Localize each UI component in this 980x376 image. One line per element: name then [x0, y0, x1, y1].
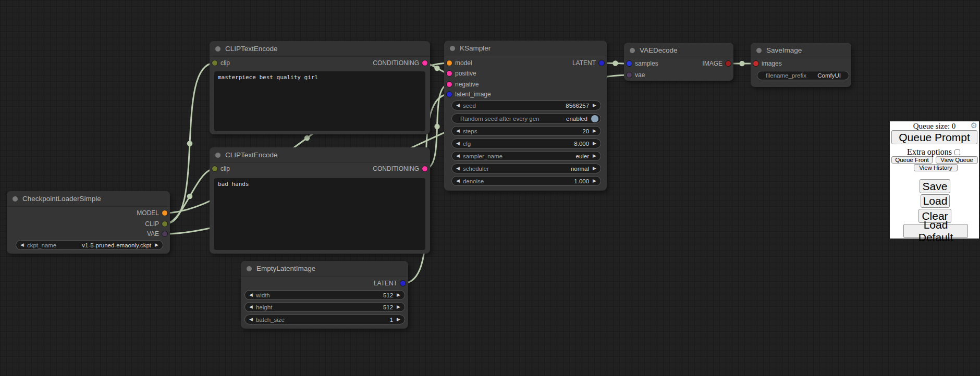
queue-prompt-button[interactable]: Queue Prompt [891, 130, 977, 144]
settings-gear-icon[interactable]: ⚙ [971, 121, 977, 129]
node-title-bar[interactable]: EmptyLatentImage [241, 261, 408, 277]
decrement-arrow-icon[interactable]: ◀ [456, 141, 460, 146]
slot-label: VAE [147, 230, 159, 237]
increment-arrow-icon[interactable]: ▶ [593, 166, 596, 171]
decrement-arrow-icon[interactable]: ◀ [249, 317, 253, 322]
widget-sampler_name[interactable]: ◀sampler_nameeuler▶ [451, 151, 601, 161]
decrement-arrow-icon[interactable]: ◀ [20, 243, 24, 247]
slot-label: LATENT [374, 280, 397, 287]
widget-value[interactable]: euler [576, 153, 590, 159]
increment-arrow-icon[interactable]: ▶ [593, 179, 596, 183]
save-button[interactable]: Save [920, 179, 950, 193]
view-history-button[interactable]: View History [914, 164, 958, 171]
increment-arrow-icon[interactable]: ▶ [397, 317, 400, 322]
input-slot-latent_image: latent_image [444, 90, 607, 99]
toggle-knob[interactable] [591, 115, 598, 122]
node-collapse-dot-icon[interactable] [756, 48, 762, 53]
node-graph-canvas[interactable]: CheckpointLoaderSimpleMODELCLIPVAE◀ckpt_… [0, 0, 980, 376]
output-port-latent[interactable] [400, 280, 406, 286]
node-title: CheckpointLoaderSimple [22, 195, 101, 203]
node-title-bar[interactable]: KSampler [444, 41, 607, 56]
widget-filename_prefix[interactable]: filename_prefixComfyUI [757, 71, 849, 80]
widget-label: cfg [463, 141, 471, 147]
widget-value[interactable]: 512 [383, 304, 393, 310]
output-slot-conditioning: CONDITIONING [210, 58, 430, 68]
input-port-positive[interactable] [446, 70, 452, 77]
widget-value[interactable]: enabled [566, 116, 587, 122]
node-empty-latent-image[interactable]: EmptyLatentImageLATENT◀width512▶◀height5… [241, 261, 408, 329]
widget-random-seed-after-every-gen[interactable]: Random seed after every genenabled [451, 114, 601, 123]
widget-value[interactable]: 1.000 [574, 178, 589, 184]
decrement-arrow-icon[interactable]: ◀ [249, 305, 253, 309]
widget-value[interactable]: ComfyUI [817, 72, 841, 79]
widget-steps[interactable]: ◀steps20▶ [451, 126, 601, 136]
widget-height[interactable]: ◀height512▶ [244, 302, 405, 312]
increment-arrow-icon[interactable]: ▶ [397, 293, 400, 297]
node-title-bar[interactable]: CLIPTextEncode [210, 147, 430, 163]
widget-width[interactable]: ◀width512▶ [244, 290, 405, 300]
node-title-bar[interactable]: SaveImage [751, 43, 851, 58]
widget-value[interactable]: normal [571, 166, 589, 172]
widget-scheduler[interactable]: ◀schedulernormal▶ [451, 164, 601, 173]
decrement-arrow-icon[interactable]: ◀ [456, 129, 460, 133]
widget-value[interactable]: 8566257 [566, 103, 589, 109]
output-port-model[interactable] [162, 210, 168, 216]
widget-value[interactable]: 8.000 [574, 141, 589, 147]
widget-ckpt_name[interactable]: ◀ckpt_namev1-5-pruned-emaonly.ckpt▶ [16, 240, 163, 250]
node-save-image[interactable]: SaveImageimagesfilename_prefixComfyUI [751, 43, 851, 87]
input-port-vae[interactable] [626, 72, 632, 78]
output-port-image[interactable] [725, 60, 731, 67]
decrement-arrow-icon[interactable]: ◀ [249, 293, 253, 297]
node-collapse-dot-icon[interactable] [13, 196, 18, 202]
node-ksampler[interactable]: KSamplermodelpositivenegativelatent_imag… [444, 41, 607, 191]
decrement-arrow-icon[interactable]: ◀ [456, 103, 460, 108]
output-port-conditioning[interactable] [422, 166, 428, 172]
node-checkpoint-loader[interactable]: CheckpointLoaderSimpleMODELCLIPVAE◀ckpt_… [7, 191, 170, 254]
input-port-images[interactable] [753, 60, 759, 67]
node-title-bar[interactable]: CheckpointLoaderSimple [7, 191, 170, 207]
decrement-arrow-icon[interactable]: ◀ [456, 179, 460, 183]
load-button[interactable]: Load [921, 194, 950, 208]
prompt-textarea[interactable]: bad hands [214, 178, 425, 250]
node-title-bar[interactable]: CLIPTextEncode [210, 41, 430, 57]
output-slot-clip: CLIP [7, 219, 170, 229]
input-port-negative[interactable] [446, 81, 452, 87]
widget-batch_size[interactable]: ◀batch_size1▶ [244, 315, 405, 324]
widget-cfg[interactable]: ◀cfg8.000▶ [451, 139, 601, 148]
increment-arrow-icon[interactable]: ▶ [593, 129, 596, 133]
output-port-latent[interactable] [598, 60, 605, 66]
node-collapse-dot-icon[interactable] [215, 153, 220, 158]
increment-arrow-icon[interactable]: ▶ [593, 103, 596, 108]
prompt-textarea[interactable]: masterpiece best quality girl [214, 71, 425, 131]
node-title-bar[interactable]: VAEDecode [624, 43, 733, 58]
widget-value[interactable]: 20 [582, 128, 589, 134]
output-port-clip[interactable] [162, 221, 168, 227]
increment-arrow-icon[interactable]: ▶ [593, 154, 596, 158]
load-default-button[interactable]: Load Default [903, 224, 968, 238]
queue-front-button[interactable]: Queue Front [891, 156, 933, 164]
node-collapse-dot-icon[interactable] [215, 46, 220, 52]
output-port-conditioning[interactable] [422, 60, 428, 66]
decrement-arrow-icon[interactable]: ◀ [456, 154, 460, 158]
widget-value[interactable]: v1-5-pruned-emaonly.ckpt [82, 242, 151, 248]
increment-arrow-icon[interactable]: ▶ [593, 141, 596, 146]
widget-denoise[interactable]: ◀denoise1.000▶ [451, 176, 601, 186]
increment-arrow-icon[interactable]: ▶ [397, 305, 400, 309]
output-port-vae[interactable] [162, 231, 168, 237]
widget-value[interactable]: 1 [390, 317, 393, 323]
node-collapse-dot-icon[interactable] [630, 48, 635, 53]
node-vae-decode[interactable]: VAEDecodesamplesvaeIMAGE [624, 43, 733, 81]
node-clip-text-encode-negative[interactable]: CLIPTextEncodeclipCONDITIONINGbad hands [210, 147, 430, 254]
node-collapse-dot-icon[interactable] [247, 266, 252, 271]
node-collapse-dot-icon[interactable] [450, 46, 455, 51]
input-port-latent_image[interactable] [446, 91, 452, 97]
widget-value[interactable]: 512 [383, 292, 393, 298]
widget-seed[interactable]: ◀seed8566257▶ [451, 101, 601, 110]
view-queue-button[interactable]: View Queue [936, 156, 978, 164]
increment-arrow-icon[interactable]: ▶ [155, 243, 158, 247]
extra-options-checkbox[interactable] [954, 149, 960, 155]
output-slot-vae: VAE [7, 229, 170, 239]
widget-label: height [256, 304, 272, 310]
node-clip-text-encode-positive[interactable]: CLIPTextEncodeclipCONDITIONINGmasterpiec… [210, 41, 430, 134]
decrement-arrow-icon[interactable]: ◀ [456, 166, 460, 171]
